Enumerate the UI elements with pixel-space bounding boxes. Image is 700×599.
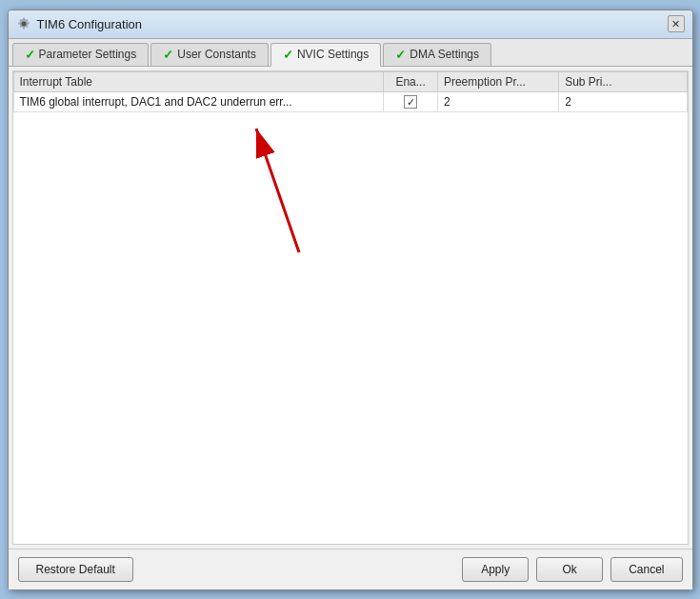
check-icon-parameter: ✓ bbox=[25, 48, 35, 62]
check-icon-nvic: ✓ bbox=[283, 48, 293, 62]
cancel-button[interactable]: Cancel bbox=[610, 557, 682, 582]
tab-label-dma: DMA Settings bbox=[410, 48, 479, 61]
tab-label-nvic: NVIC Settings bbox=[297, 48, 369, 61]
col-header-interrupt-table: Interrupt Table bbox=[13, 71, 384, 91]
restore-default-button[interactable]: Restore Default bbox=[18, 557, 133, 582]
tab-label-user: User Constants bbox=[177, 48, 256, 61]
check-icon-dma: ✓ bbox=[395, 48, 406, 62]
table-container: Interrupt Table Ena... Preemption Pr... … bbox=[13, 71, 688, 544]
checkbox-check-icon: ✓ bbox=[407, 96, 415, 109]
window-title: TIM6 Configuration bbox=[37, 17, 143, 31]
gear-icon bbox=[16, 16, 31, 31]
tab-bar: ✓ Parameter Settings ✓ User Constants ✓ … bbox=[9, 39, 692, 67]
content-area: Interrupt Table Ena... Preemption Pr... … bbox=[12, 70, 689, 545]
main-window: TIM6 Configuration ✕ ✓ Parameter Setting… bbox=[8, 10, 693, 590]
title-bar: TIM6 Configuration ✕ bbox=[9, 10, 692, 39]
title-bar-left: TIM6 Configuration bbox=[16, 16, 143, 31]
bottom-right: Apply Ok Cancel bbox=[462, 557, 682, 582]
col-header-enabled: Ena... bbox=[384, 71, 438, 91]
tab-nvic-settings[interactable]: ✓ NVIC Settings bbox=[270, 43, 381, 67]
interrupt-table: Interrupt Table Ena... Preemption Pr... … bbox=[13, 71, 688, 113]
ok-button[interactable]: Ok bbox=[536, 557, 603, 582]
enabled-cell[interactable]: ✓ bbox=[384, 91, 438, 112]
table-row: TIM6 global interrupt, DAC1 and DAC2 und… bbox=[13, 91, 687, 112]
close-button[interactable]: ✕ bbox=[668, 15, 685, 32]
subpriority-cell[interactable]: 2 bbox=[559, 91, 687, 112]
tab-label-parameter: Parameter Settings bbox=[39, 48, 137, 61]
table-header-row: Interrupt Table Ena... Preemption Pr... … bbox=[13, 71, 687, 91]
check-icon-user: ✓ bbox=[163, 48, 173, 62]
col-header-preemption: Preemption Pr... bbox=[437, 71, 558, 91]
enabled-checkbox[interactable]: ✓ bbox=[404, 95, 417, 109]
col-header-subpriority: Sub Pri... bbox=[559, 71, 687, 91]
tab-parameter-settings[interactable]: ✓ Parameter Settings bbox=[12, 43, 150, 66]
tab-dma-settings[interactable]: ✓ DMA Settings bbox=[383, 43, 491, 66]
apply-button[interactable]: Apply bbox=[462, 557, 529, 582]
tab-user-constants[interactable]: ✓ User Constants bbox=[150, 43, 269, 66]
interrupt-name: TIM6 global interrupt, DAC1 and DAC2 und… bbox=[13, 91, 384, 112]
bottom-left: Restore Default bbox=[18, 557, 133, 582]
bottom-bar: Restore Default Apply Ok Cancel bbox=[9, 549, 692, 589]
preemption-cell[interactable]: 2 bbox=[437, 91, 558, 112]
